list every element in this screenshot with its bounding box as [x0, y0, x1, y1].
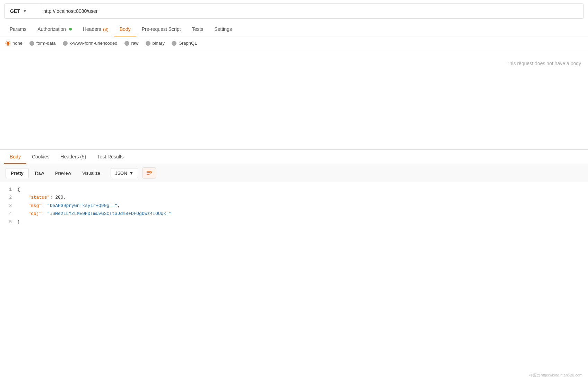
line-content-5: } — [17, 218, 588, 226]
radio-form-data[interactable]: form-data — [29, 41, 56, 46]
word-wrap-button[interactable] — [142, 167, 156, 179]
method-selector[interactable]: GET ▼ — [5, 4, 39, 18]
line-content-4: "obj": "ISMe2LLYZLME9PDTmUvGSCTtaJdmB+DF… — [17, 210, 588, 218]
line-number-3: 3 — [0, 202, 17, 210]
format-preview-button[interactable]: Preview — [50, 168, 76, 178]
format-toolbar: Pretty Raw Preview Visualize JSON ▼ — [0, 164, 588, 182]
tab-pre-request[interactable]: Pre-request Script — [136, 22, 187, 36]
radio-circle-form-data — [29, 41, 34, 46]
code-line-3: 3 "msg": "DeAPG9pryGnTksyLr+Q90g==", — [0, 202, 588, 210]
tab-authorization[interactable]: Authorization — [32, 22, 77, 36]
url-bar: GET ▼ — [4, 3, 584, 19]
no-body-message: This request does not have a body — [0, 50, 588, 77]
wrap-icon — [146, 170, 152, 176]
radio-circle-raw — [124, 41, 129, 46]
headers-badge: (8) — [103, 27, 109, 32]
code-line-2: 2 "status": 200, — [0, 193, 588, 201]
response-tab-body[interactable]: Body — [4, 150, 26, 164]
line-content-2: "status": 200, — [17, 193, 588, 201]
response-tab-test-results[interactable]: Test Results — [92, 150, 129, 164]
response-tab-cookies[interactable]: Cookies — [26, 150, 55, 164]
response-code-area: 1 { 2 "status": 200, 3 "msg": "DeAPG9pry… — [0, 182, 588, 229]
response-tab-headers[interactable]: Headers (5) — [55, 150, 92, 164]
radio-raw[interactable]: raw — [124, 41, 139, 46]
tab-headers[interactable]: Headers (8) — [77, 22, 114, 36]
radio-none[interactable]: none — [6, 41, 23, 46]
format-pretty-button[interactable]: Pretty — [6, 168, 29, 178]
code-line-4: 4 "obj": "ISMe2LLYZLME9PDTmUvGSCTtaJdmB+… — [0, 210, 588, 218]
radio-circle-none — [6, 41, 10, 46]
request-body-spacer — [0, 77, 588, 146]
code-line-5: 5 } — [0, 218, 588, 226]
response-tabs-bar: Body Cookies Headers (5) Test Results — [0, 150, 588, 164]
line-number-2: 2 — [0, 193, 17, 201]
json-type-selector[interactable]: JSON ▼ — [111, 168, 138, 178]
response-section: Body Cookies Headers (5) Test Results Pr… — [0, 149, 588, 229]
radio-circle-urlencoded — [63, 41, 68, 46]
line-content-3: "msg": "DeAPG9pryGnTksyLr+Q90g==", — [17, 202, 588, 210]
code-line-1: 1 { — [0, 185, 588, 193]
line-number-4: 4 — [0, 210, 17, 218]
format-raw-button[interactable]: Raw — [30, 168, 49, 178]
tab-tests[interactable]: Tests — [187, 22, 209, 36]
line-number-1: 1 — [0, 185, 17, 193]
request-tabs-bar: Params Authorization Headers (8) Body Pr… — [0, 22, 588, 36]
radio-circle-binary — [146, 41, 150, 46]
url-input[interactable] — [39, 8, 583, 14]
method-chevron-icon: ▼ — [23, 9, 27, 14]
line-content-1: { — [17, 185, 588, 193]
authorization-dot — [69, 28, 72, 31]
tab-params[interactable]: Params — [4, 22, 32, 36]
radio-graphql[interactable]: GraphQL — [172, 41, 197, 46]
radio-binary[interactable]: binary — [146, 41, 165, 46]
tab-body[interactable]: Body — [114, 22, 136, 36]
radio-urlencoded[interactable]: x-www-form-urlencoded — [63, 41, 118, 46]
json-chevron-icon: ▼ — [129, 171, 134, 176]
tab-settings[interactable]: Settings — [209, 22, 237, 36]
line-number-5: 5 — [0, 218, 17, 226]
radio-circle-graphql — [172, 41, 176, 46]
method-label: GET — [10, 8, 20, 14]
format-visualize-button[interactable]: Visualize — [77, 168, 105, 178]
body-type-bar: none form-data x-www-form-urlencoded raw… — [0, 36, 588, 50]
